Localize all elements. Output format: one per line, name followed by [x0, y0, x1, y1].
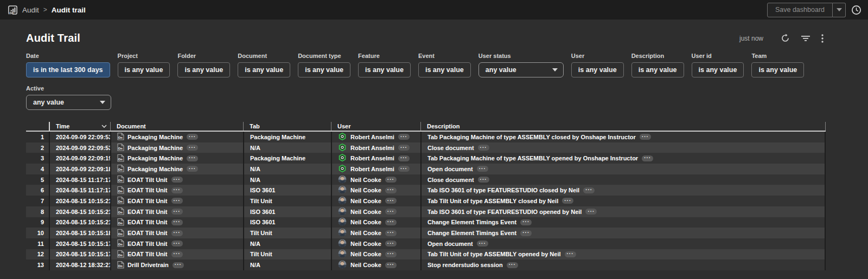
cell-description[interactable]: Open document···	[420, 164, 826, 174]
cell-description[interactable]: Tab Tilt Unit of type ASSEMBLY closed by…	[420, 196, 826, 206]
cell-document[interactable]: OnPackaging Machine···	[110, 132, 243, 142]
cell-tab[interactable]: ISO 3601	[243, 217, 331, 228]
cell-document[interactable]: OnEOAT Tilt Unit···	[110, 249, 243, 260]
filter-value-dropdown[interactable]: any value	[478, 62, 564, 77]
ellipsis-badge[interactable]: ···	[562, 198, 573, 204]
cell-time[interactable]: 2024-08-15 10:15:17	[49, 238, 110, 249]
cell-tab[interactable]: Tilt Unit	[243, 196, 331, 206]
cell-tab[interactable]: N/A	[243, 142, 331, 153]
cell-user[interactable]: Robert Anselmi···	[331, 142, 420, 153]
ellipsis-badge[interactable]: ···	[478, 177, 489, 183]
ellipsis-badge[interactable]: ···	[520, 230, 532, 236]
cell-user[interactable]: Neil Cooke···	[331, 238, 420, 249]
timezone-clock-button[interactable]	[851, 5, 861, 15]
save-dashboard-dropdown-button[interactable]	[833, 3, 846, 17]
column-header-tab[interactable]: Tab	[243, 122, 331, 131]
ellipsis-badge[interactable]: ···	[171, 177, 183, 183]
cell-time[interactable]: 2024-08-15 10:15:17	[49, 249, 110, 260]
filter-value-chip[interactable]: is any value	[692, 62, 744, 77]
filter-value-chip[interactable]: is any value	[418, 62, 471, 77]
ellipsis-badge[interactable]: ···	[507, 262, 518, 268]
breadcrumb-parent[interactable]: Audit	[22, 6, 39, 14]
cell-user[interactable]: Neil Cooke···	[331, 259, 420, 270]
cell-description[interactable]: Tab Packaging Machine of type ASSEMBLY c…	[420, 132, 826, 142]
ellipsis-badge[interactable]: ···	[520, 219, 532, 225]
cell-description[interactable]: Tab Tilt Unit of type ASSEMBLY opened by…	[420, 249, 826, 260]
cell-time[interactable]: 2024-08-15 11:17:17	[49, 174, 110, 185]
ellipsis-badge[interactable]: ···	[171, 241, 183, 246]
ellipsis-badge[interactable]: ···	[385, 230, 397, 236]
ellipsis-badge[interactable]: ···	[385, 262, 397, 268]
cell-user[interactable]: Neil Cooke···	[331, 228, 420, 238]
column-header-user[interactable]: User	[331, 122, 420, 131]
cell-time[interactable]: 2024-08-15 10:15:21	[49, 217, 110, 228]
ellipsis-badge[interactable]: ···	[640, 134, 651, 140]
cell-user[interactable]: Robert Anselmi···	[331, 153, 420, 164]
cell-tab[interactable]: ISO 3601	[243, 206, 331, 217]
ellipsis-badge[interactable]: ···	[477, 166, 488, 172]
cell-user[interactable]: Neil Cooke···	[331, 217, 420, 228]
cell-user[interactable]: Neil Cooke···	[331, 249, 420, 260]
cell-user[interactable]: Neil Cooke···	[331, 196, 420, 206]
cell-tab[interactable]: Tilt Unit	[243, 228, 331, 238]
cell-description[interactable]: Open document···	[420, 238, 826, 249]
refresh-button[interactable]	[778, 31, 792, 45]
ellipsis-badge[interactable]: ···	[171, 230, 183, 236]
cell-document[interactable]: OnPackaging Machine···	[110, 164, 243, 174]
cell-time[interactable]: 2024-09-09 22:09:19	[49, 153, 110, 164]
ellipsis-badge[interactable]: ···	[171, 251, 183, 257]
ellipsis-badge[interactable]: ···	[583, 187, 595, 193]
ellipsis-badge[interactable]: ···	[171, 187, 183, 193]
column-header-document[interactable]: Document	[110, 122, 243, 131]
ellipsis-badge[interactable]: ···	[187, 145, 198, 151]
ellipsis-badge[interactable]: ···	[385, 219, 397, 225]
column-header-description[interactable]: Description	[420, 122, 826, 131]
ellipsis-badge[interactable]: ···	[187, 155, 198, 161]
ellipsis-badge[interactable]: ···	[171, 198, 183, 204]
filter-toggle-button[interactable]	[799, 33, 813, 44]
ellipsis-badge[interactable]: ···	[398, 134, 410, 140]
cell-time[interactable]: 2024-08-15 10:15:21	[49, 206, 110, 217]
filter-value-chip[interactable]: is any value	[631, 62, 684, 77]
cell-user[interactable]: Neil Cooke···	[331, 185, 420, 196]
column-header-time[interactable]: Time	[49, 122, 110, 131]
cell-tab[interactable]: N/A	[243, 174, 331, 185]
ellipsis-badge[interactable]: ···	[585, 209, 597, 215]
ellipsis-badge[interactable]: ···	[565, 251, 576, 257]
filter-value-chip[interactable]: is any value	[298, 62, 350, 77]
cell-user[interactable]: Robert Anselmi···	[331, 164, 420, 174]
cell-tab[interactable]: N/A	[243, 164, 331, 174]
ellipsis-badge[interactable]: ···	[385, 187, 397, 193]
cell-description[interactable]: Tab Packaging Machine of type ASSEMBLY o…	[420, 153, 826, 164]
save-dashboard-button[interactable]: Save dashboard	[767, 3, 833, 17]
ellipsis-badge[interactable]: ···	[187, 166, 198, 172]
cell-time[interactable]: 2024-09-09 22:09:53	[49, 142, 110, 153]
cell-tab[interactable]: N/A	[243, 238, 331, 249]
filter-value-chip[interactable]: is any value	[118, 62, 170, 77]
filter-value-chip[interactable]: is any value	[238, 62, 290, 77]
ellipsis-badge[interactable]: ···	[171, 209, 183, 215]
cell-user[interactable]: Robert Anselmi···	[331, 132, 420, 142]
cell-tab[interactable]: N/A	[243, 259, 331, 270]
cell-time[interactable]: 2024-09-09 22:09:53	[49, 132, 110, 142]
cell-document[interactable]: OnEOAT Tilt Unit···	[110, 185, 243, 196]
filter-value-chip[interactable]: is any value	[751, 62, 804, 77]
filter-value-chip[interactable]: is in the last 300 days	[26, 62, 110, 77]
cell-document[interactable]: OnEOAT Tilt Unit···	[110, 238, 243, 249]
cell-description[interactable]: Close document···	[420, 174, 826, 185]
filter-value-dropdown[interactable]: any value	[26, 95, 111, 110]
cell-document[interactable]: OnPackaging Machine···	[110, 153, 243, 164]
cell-user[interactable]: Neil Cooke···	[331, 206, 420, 217]
cell-description[interactable]: Tab ISO 3601 of type FEATURESTUDIO opene…	[420, 206, 826, 217]
cell-description[interactable]: Change Element Timings Event···	[420, 228, 826, 238]
cell-description[interactable]: Stop renderstudio session···	[420, 259, 826, 270]
ellipsis-badge[interactable]: ···	[642, 155, 653, 161]
ellipsis-badge[interactable]: ···	[171, 219, 183, 225]
cell-description[interactable]: Tab ISO 3601 of type FEATURESTUDIO close…	[420, 185, 826, 196]
cell-time[interactable]: 2024-08-15 10:15:21	[49, 196, 110, 206]
cell-time[interactable]: 2024-08-15 11:17:17	[49, 185, 110, 196]
ellipsis-badge[interactable]: ···	[385, 177, 397, 183]
cell-document[interactable]: OnEOAT Tilt Unit···	[110, 196, 243, 206]
ellipsis-badge[interactable]: ···	[478, 145, 489, 151]
cell-tab[interactable]: Packaging Machine	[243, 153, 331, 164]
